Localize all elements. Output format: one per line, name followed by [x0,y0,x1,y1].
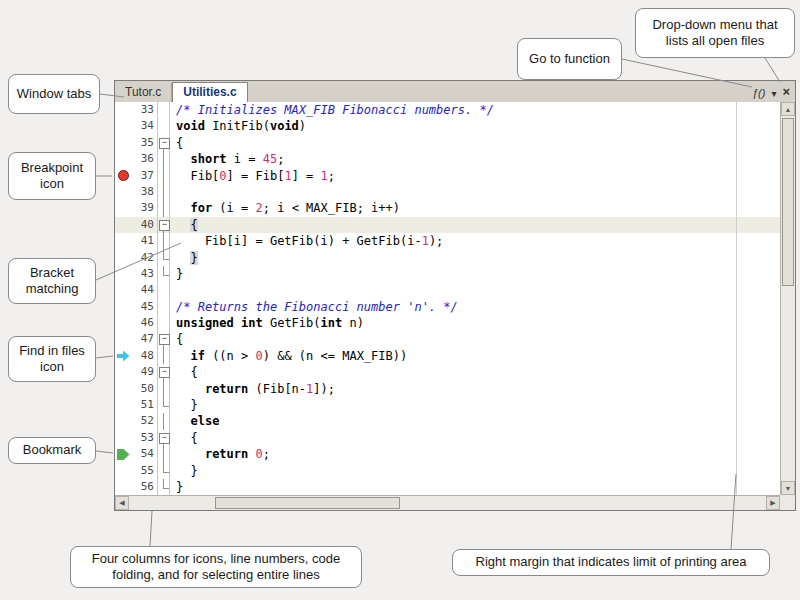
code-line[interactable]: 55 } [115,463,780,479]
code-line[interactable]: 48 if ((n > 0) && (n <= MAX_FIB)) [115,348,780,364]
code-text[interactable]: { [176,364,780,380]
fold-column[interactable] [157,413,170,429]
gutter-icon-cell[interactable] [115,315,131,331]
code-text[interactable]: else [176,413,780,429]
fold-column[interactable] [157,151,170,167]
gutter-icon-cell[interactable] [115,266,131,282]
gutter-icon-cell[interactable] [115,102,131,118]
code-text[interactable]: { [176,331,780,347]
code-line[interactable]: 41 Fib[i] = GetFib(i) + GetFib(i-1); [115,233,780,249]
code-line[interactable]: 37 Fib[0] = Fib[1] = 1; [115,168,780,184]
code-text[interactable]: } [176,250,780,266]
horizontal-scrollbar[interactable]: ◀ ▶ [115,495,780,510]
code-line[interactable]: 52 else [115,413,780,429]
gutter-icon-cell[interactable] [115,282,131,298]
scroll-down-icon[interactable]: ▼ [781,481,795,495]
fold-column[interactable] [157,479,170,495]
gutter-icon-cell[interactable] [115,397,131,413]
fold-column[interactable] [157,200,170,216]
fold-column[interactable] [157,233,170,249]
fold-column[interactable]: − [157,135,170,151]
code-text[interactable]: return (Fib[n-1]); [176,381,780,397]
code-text[interactable]: Fib[i] = GetFib(i) + GetFib(i-1); [176,233,780,249]
fold-column[interactable] [157,446,170,462]
gutter-icon-cell[interactable] [115,381,131,397]
code-text[interactable]: /* Returns the Fibonacci number 'n'. */ [176,299,780,315]
code-line[interactable]: 54 return 0; [115,446,780,462]
tab-tutor-c[interactable]: Tutor.c [115,83,172,102]
fold-column[interactable] [157,282,170,298]
fold-collapse-icon[interactable]: − [159,334,170,345]
code-line[interactable]: 33/* Initializes MAX_FIB Fibonacci numbe… [115,102,780,118]
fold-collapse-icon[interactable]: − [159,367,170,378]
gutter-icon-cell[interactable] [115,446,131,462]
gutter-icon-cell[interactable] [115,118,131,134]
fold-collapse-icon[interactable]: − [159,433,170,444]
code-text[interactable]: if ((n > 0) && (n <= MAX_FIB)) [176,348,780,364]
fold-column[interactable] [157,102,170,118]
code-text[interactable]: } [176,479,780,495]
code-line[interactable]: 46unsigned int GetFib(int n) [115,315,780,331]
code-text[interactable]: { [176,430,780,446]
fold-column[interactable] [157,463,170,479]
gutter-icon-cell[interactable] [115,217,131,233]
bookmark-icon[interactable] [117,449,130,460]
code-line[interactable]: 42 } [115,250,780,266]
gutter-icon-cell[interactable] [115,135,131,151]
fold-collapse-icon[interactable]: − [159,220,170,231]
fold-column[interactable] [157,299,170,315]
code-text[interactable]: unsigned int GetFib(int n) [176,315,780,331]
code-line[interactable]: 39 for (i = 2; i < MAX_FIB; i++) [115,200,780,216]
scroll-right-icon[interactable]: ▶ [766,496,780,510]
fold-column[interactable] [157,315,170,331]
code-text[interactable]: { [176,135,780,151]
code-line[interactable]: 50 return (Fib[n-1]); [115,381,780,397]
vertical-scrollbar[interactable]: ▲ ▼ [780,102,795,495]
code-text[interactable]: void InitFib(void) [176,118,780,134]
fold-column[interactable] [157,397,170,413]
fold-column[interactable]: − [157,217,170,233]
fold-column[interactable]: − [157,430,170,446]
code-area[interactable]: 33/* Initializes MAX_FIB Fibonacci numbe… [115,102,780,495]
tab-utilities-c[interactable]: Utilities.c [172,82,247,103]
breakpoint-icon[interactable] [118,170,129,181]
code-text[interactable]: short i = 45; [176,151,780,167]
close-icon[interactable]: × [782,84,790,99]
go-to-function-icon[interactable]: ƒ() [752,87,765,99]
gutter-icon-cell[interactable] [115,184,131,200]
code-line[interactable]: 53− { [115,430,780,446]
fold-column[interactable] [157,348,170,364]
gutter-icon-cell[interactable] [115,430,131,446]
code-line[interactable]: 38 [115,184,780,200]
code-line[interactable]: 45/* Returns the Fibonacci number 'n'. *… [115,299,780,315]
fold-column[interactable] [157,168,170,184]
gutter-icon-cell[interactable] [115,200,131,216]
fold-column[interactable] [157,266,170,282]
gutter-icon-cell[interactable] [115,479,131,495]
scroll-left-icon[interactable]: ◀ [115,496,129,510]
gutter-icon-cell[interactable] [115,463,131,479]
code-text[interactable]: for (i = 2; i < MAX_FIB; i++) [176,200,780,216]
code-text[interactable]: } [176,266,780,282]
code-line[interactable]: 40− { [115,217,780,233]
fold-column[interactable]: − [157,331,170,347]
fold-column[interactable] [157,118,170,134]
code-line[interactable]: 51 } [115,397,780,413]
gutter-icon-cell[interactable] [115,233,131,249]
fold-column[interactable] [157,184,170,200]
code-text[interactable]: } [176,397,780,413]
code-line[interactable]: 56} [115,479,780,495]
horizontal-scrollbar-thumb[interactable] [215,497,400,509]
code-text[interactable]: Fib[0] = Fib[1] = 1; [176,168,780,184]
scroll-up-icon[interactable]: ▲ [781,102,795,116]
gutter-icon-cell[interactable] [115,151,131,167]
gutter-icon-cell[interactable] [115,413,131,429]
open-files-dropdown-icon[interactable]: ▾ [771,88,776,99]
gutter-icon-cell[interactable] [115,250,131,266]
code-line[interactable]: 35−{ [115,135,780,151]
code-line[interactable]: 49− { [115,364,780,380]
code-line[interactable]: 36 short i = 45; [115,151,780,167]
find-in-files-icon[interactable] [117,351,130,362]
gutter-icon-cell[interactable] [115,299,131,315]
vertical-scrollbar-thumb[interactable] [782,118,794,286]
